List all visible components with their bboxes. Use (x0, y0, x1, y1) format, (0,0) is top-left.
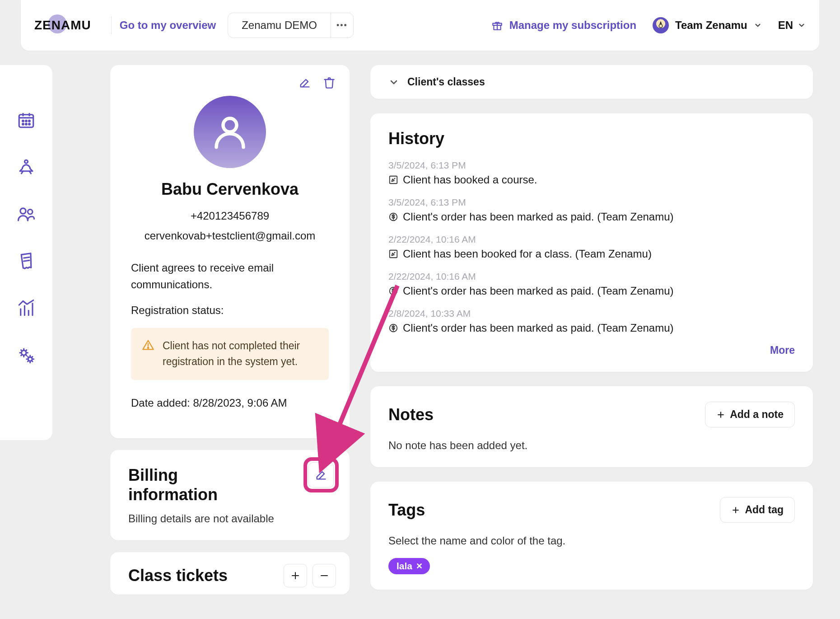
clients-classes-collapse[interactable]: Client's classes (370, 65, 813, 99)
team-avatar-icon (653, 17, 669, 33)
history-time: 2/22/2024, 10:16 AM (388, 234, 795, 245)
add-ticket-button[interactable] (284, 564, 307, 587)
edit-square-icon (388, 175, 398, 185)
left-column: Babu Cervenkova +420123456789 cervenkova… (110, 65, 350, 595)
svg-point-11 (23, 123, 24, 125)
history-text: Client's order has been marked as paid. … (388, 322, 795, 334)
svg-point-13 (29, 123, 30, 125)
add-tag-button[interactable]: Add tag (720, 497, 795, 523)
right-column: Client's classes History 3/5/2024, 6:13 … (370, 65, 813, 590)
profile-actions (298, 76, 336, 89)
overview-link[interactable]: Go to my overview (120, 19, 216, 32)
add-tag-label: Add tag (745, 504, 784, 516)
top-header: ZENAMU Go to my overview Zenamu DEMO •••… (21, 0, 819, 51)
svg-line-17 (24, 257, 29, 258)
ticket-actions (284, 564, 336, 587)
profile-body: Client agrees to receive email communica… (128, 259, 331, 411)
add-note-label: Add a note (730, 408, 784, 421)
settings-icon[interactable] (16, 345, 36, 365)
svg-point-15 (20, 208, 26, 214)
history-text: Client has been booked for a class. (Tea… (388, 248, 795, 260)
team-dropdown[interactable]: Team Zenamu (653, 17, 762, 33)
plus-icon (731, 506, 740, 515)
demo-label: Zenamu DEMO (228, 13, 331, 38)
registration-warning: Client has not completed their registrat… (131, 328, 329, 380)
pencil-icon (315, 469, 327, 481)
chevron-down-icon (388, 77, 399, 88)
language-dropdown[interactable]: EN (778, 19, 806, 32)
tag-label: lala (397, 561, 412, 572)
svg-point-28 (148, 347, 149, 348)
remove-tag-icon[interactable]: ✕ (416, 561, 423, 571)
svg-point-26 (223, 118, 237, 132)
history-list: 3/5/2024, 6:13 PMClient has booked a cou… (388, 160, 795, 342)
registration-warning-text: Client has not completed their registrat… (163, 340, 300, 368)
history-item: 3/5/2024, 6:13 PMClient's order has been… (388, 197, 795, 223)
history-time: 3/5/2024, 6:13 PM (388, 160, 795, 171)
history-text: Client has booked a course. (388, 174, 795, 186)
header-right: Manage my subscription Team Zenamu EN (491, 17, 806, 33)
tag-list: lala✕ (388, 547, 795, 574)
plus-icon (290, 570, 301, 581)
logo[interactable]: ZENAMU (34, 18, 91, 33)
tag-chip[interactable]: lala✕ (388, 558, 430, 574)
receipt-icon[interactable] (16, 251, 36, 271)
language-label: EN (778, 19, 793, 32)
meditation-icon[interactable] (16, 157, 36, 177)
subscription-label: Manage my subscription (509, 19, 636, 32)
dollar-icon (388, 212, 398, 222)
dollar-icon (388, 323, 398, 333)
trash-icon (323, 76, 336, 89)
class-tickets-card: Class tickets (110, 552, 350, 594)
tags-card: Tags Add tag Select the name and color o… (370, 482, 813, 590)
history-item: 2/22/2024, 10:16 AMClient has been booke… (388, 234, 795, 260)
plus-icon (716, 410, 725, 419)
tags-hint: Select the name and color of the tag. (388, 535, 795, 547)
history-item: 3/5/2024, 6:13 PMClient has booked a cou… (388, 160, 795, 186)
pencil-icon (299, 76, 311, 89)
svg-point-9 (26, 120, 27, 122)
calendar-icon[interactable] (16, 110, 36, 130)
date-added: Date added: 8/28/2023, 9:06 AM (131, 394, 329, 411)
main-content: Babu Cervenkova +420123456789 cervenkova… (110, 65, 813, 595)
edit-square-icon (388, 249, 398, 259)
registration-status-label: Registration status: (131, 302, 329, 319)
billing-card: Billing information Billing details are … (110, 450, 350, 540)
demo-more-icon[interactable]: ••• (331, 13, 353, 38)
client-name: Babu Cervenkova (128, 180, 331, 199)
remove-ticket-button[interactable] (313, 564, 336, 587)
history-text: Client's order has been marked as paid. … (388, 211, 795, 223)
sidebar (0, 65, 52, 440)
date-added-label: Date added: (131, 397, 193, 409)
history-title: History (388, 129, 795, 148)
demo-chip[interactable]: Zenamu DEMO ••• (228, 13, 354, 38)
client-phone: +420123456789 (128, 210, 331, 222)
dollar-icon (388, 286, 398, 296)
chart-icon[interactable] (16, 298, 36, 318)
history-item: 2/8/2024, 10:33 AMClient's order has bee… (388, 308, 795, 334)
history-time: 3/5/2024, 6:13 PM (388, 197, 795, 208)
history-more-link[interactable]: More (388, 344, 795, 356)
billing-empty-text: Billing details are not available (128, 512, 331, 525)
chevron-down-icon (754, 21, 762, 29)
people-icon[interactable] (16, 204, 36, 224)
clients-classes-label: Client's classes (407, 76, 485, 88)
notes-title: Notes (388, 405, 434, 424)
chevron-down-icon (798, 21, 806, 29)
profile-card: Babu Cervenkova +420123456789 cervenkova… (110, 65, 350, 438)
svg-point-16 (28, 210, 33, 215)
gift-icon (491, 19, 503, 31)
date-added-value: 8/28/2023, 9:06 AM (193, 397, 287, 409)
logo-text: ZENAMU (34, 18, 91, 33)
delete-profile-button[interactable] (322, 76, 336, 89)
tags-title: Tags (388, 500, 425, 520)
edit-profile-button[interactable] (298, 76, 312, 89)
svg-point-3 (659, 24, 663, 28)
svg-point-12 (26, 123, 27, 125)
manage-subscription-link[interactable]: Manage my subscription (491, 19, 636, 32)
client-email: cervenkovab+testclient@gmail.com (128, 230, 331, 242)
history-card: History 3/5/2024, 6:13 PMClient has book… (370, 113, 813, 372)
edit-billing-button[interactable] (303, 457, 339, 492)
history-time: 2/22/2024, 10:16 AM (388, 271, 795, 282)
add-note-button[interactable]: Add a note (705, 402, 795, 427)
